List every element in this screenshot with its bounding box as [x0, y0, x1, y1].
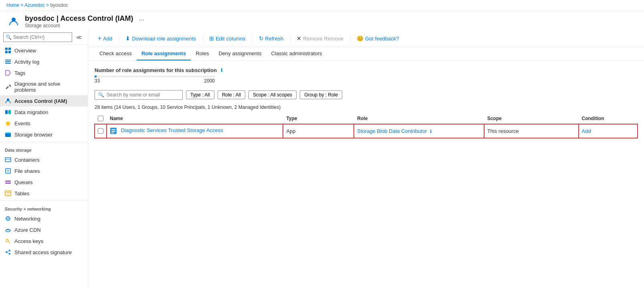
sidebar-label-file-shares: File shares: [14, 168, 40, 174]
sidebar-item-storage-browser[interactable]: Storage browser: [0, 129, 88, 140]
refresh-button[interactable]: ↻ Refresh: [256, 34, 287, 43]
svg-rect-36: [111, 129, 115, 130]
wrench-icon: [5, 84, 11, 90]
sidebar-item-data-migration[interactable]: Data migration: [0, 106, 88, 118]
sidebar-label-shared-access: Shared access signature: [14, 249, 72, 255]
toolbar: + Add ⬇ Download role assignments ⊞ Edit…: [88, 30, 644, 47]
sidebar-collapse-button[interactable]: ≪: [74, 34, 85, 40]
content-area: + Add ⬇ Download role assignments ⊞ Edit…: [88, 30, 644, 287]
sidebar-label-azure-cdn: Azure CDN: [14, 227, 41, 233]
row-condition-link[interactable]: Add: [582, 128, 591, 134]
breadcrumb-home[interactable]: Home: [6, 2, 19, 8]
progress-labels: 33 2000: [95, 78, 215, 84]
row-checkbox[interactable]: [98, 128, 103, 134]
svg-point-32: [9, 253, 10, 255]
sidebar-label-tables: Tables: [14, 191, 30, 197]
svg-line-34: [7, 253, 9, 253]
sidebar-item-access-keys[interactable]: Access keys: [0, 235, 88, 247]
events-icon: [5, 120, 11, 126]
svg-rect-14: [6, 132, 10, 133]
remove-button[interactable]: ✕ Remove Remove: [293, 34, 347, 43]
key-icon: [5, 238, 11, 244]
col-header-condition: Condition: [579, 113, 638, 124]
separator-3: [252, 34, 252, 42]
migrate-icon: [5, 109, 11, 115]
cdn-icon: [5, 227, 11, 233]
sidebar-label-storage-browser: Storage browser: [14, 132, 52, 138]
filter-scope[interactable]: Scope : All scopes: [248, 90, 297, 99]
sidebar-label-iam: Access Control (IAM): [14, 98, 67, 104]
breadcrumb-azuredoc[interactable]: Azuredoc: [24, 2, 45, 8]
col-header-role: Role: [354, 113, 484, 124]
svg-rect-6: [5, 61, 11, 62]
row-condition-cell: Add: [579, 124, 638, 138]
svg-marker-8: [6, 70, 10, 75]
tab-classic-administrators[interactable]: Classic administrators: [266, 47, 327, 60]
iam-icon: [5, 98, 11, 104]
divider-security: [0, 201, 88, 201]
subscription-info: Number of role assignments for this subs…: [95, 67, 638, 84]
edit-columns-icon: ⊞: [209, 35, 214, 42]
subscription-info-icon[interactable]: ℹ: [221, 68, 222, 73]
sidebar-label-access-keys: Access keys: [14, 238, 43, 244]
sidebar-label-queues: Queues: [14, 179, 33, 185]
page-subtitle: Storage account: [25, 23, 147, 28]
filter-role[interactable]: Role : All: [218, 90, 245, 99]
ellipsis-button[interactable]: ...: [136, 14, 146, 23]
sidebar-item-azure-cdn[interactable]: Azure CDN: [0, 224, 88, 235]
svg-rect-15: [5, 158, 11, 162]
sidebar-item-activity-log[interactable]: Activity log: [0, 56, 88, 67]
select-all-checkbox[interactable]: [98, 116, 103, 121]
svg-rect-17: [6, 169, 10, 173]
svg-point-31: [9, 250, 10, 251]
progress-fill: [95, 76, 97, 77]
sidebar-item-tags[interactable]: Tags: [0, 67, 88, 78]
queues-icon: [5, 179, 11, 185]
progress-bar: 33 2000: [95, 76, 638, 84]
tab-deny-assignments[interactable]: Deny assignments: [214, 47, 266, 60]
feedback-button[interactable]: 😊 Got feedback?: [353, 34, 402, 43]
sidebar-item-tables[interactable]: Tables: [0, 188, 88, 199]
tab-role-assignments[interactable]: Role assignments: [137, 47, 191, 60]
sidebar-item-shared-access[interactable]: Shared access signature: [0, 247, 88, 258]
sidebar-item-diagnose[interactable]: Diagnose and solve problems: [0, 78, 88, 95]
filter-search-input[interactable]: [107, 92, 179, 98]
sidebar-nav: Overview Activity log Tags Diagnose and …: [0, 45, 88, 287]
tag-icon: [5, 70, 11, 76]
svg-rect-21: [5, 183, 11, 184]
edit-columns-button[interactable]: ⊞ Edit columns: [206, 34, 248, 43]
svg-line-33: [7, 251, 9, 252]
breadcrumb-current: byosdoc: [50, 2, 68, 8]
row-name-link[interactable]: Diagnostic Services Trusted Storage Acce…: [121, 127, 223, 133]
sidebar-item-overview[interactable]: Overview: [0, 45, 88, 56]
table-info: 28 items (14 Users, 1 Groups, 10 Service…: [95, 104, 638, 110]
sidebar-label-networking: Networking: [14, 216, 40, 222]
row-name-cell: Diagnostic Services Trusted Storage Acce…: [107, 124, 283, 138]
role-info-icon[interactable]: ℹ: [430, 129, 432, 134]
separator-5: [350, 34, 350, 42]
sidebar-label-events: Events: [14, 120, 30, 126]
tab-roles[interactable]: Roles: [191, 47, 214, 60]
tab-check-access[interactable]: Check access: [95, 47, 137, 60]
row-role-cell: Storage Blob Data Contributor ℹ: [354, 124, 484, 138]
col-header-checkbox: [95, 113, 107, 124]
filter-type[interactable]: Type : All: [186, 90, 214, 99]
filter-groupby[interactable]: Group by : Role: [300, 90, 342, 99]
sidebar-item-queues[interactable]: Queues: [0, 177, 88, 188]
add-button[interactable]: + Add: [95, 33, 115, 44]
sidebar-item-containers[interactable]: Containers: [0, 154, 88, 165]
sidebar-item-iam[interactable]: Access Control (IAM): [0, 95, 88, 106]
remove-icon: ✕: [297, 35, 301, 42]
sidebar-search-input[interactable]: [3, 32, 72, 42]
page-header-text: byosdoc | Access Control (IAM) ... Stora…: [25, 14, 147, 28]
add-icon: +: [98, 35, 101, 42]
sidebar-item-file-shares[interactable]: File shares: [0, 165, 88, 177]
filters: 🔍 Type : All Role : All Scope : All scop…: [95, 90, 638, 100]
search-icon: 🔍: [6, 34, 12, 40]
sidebar-label-activity-log: Activity log: [14, 59, 39, 65]
row-role-link[interactable]: Storage Blob Data Contributor: [357, 128, 427, 134]
download-role-assignments-button[interactable]: ⬇ Download role assignments: [122, 34, 199, 43]
sidebar-item-networking[interactable]: Networking: [0, 213, 88, 224]
sidebar-item-events[interactable]: Events: [0, 118, 88, 129]
file-shares-icon: [5, 168, 11, 174]
